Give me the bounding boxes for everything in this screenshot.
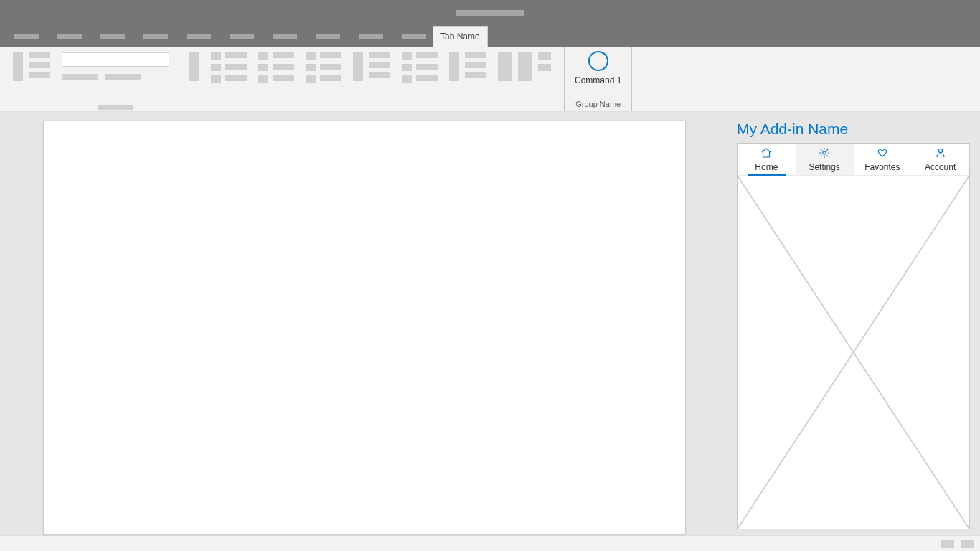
group-name-label: Group Name bbox=[575, 100, 621, 108]
status-bar bbox=[0, 535, 980, 551]
tab-placeholder[interactable] bbox=[14, 34, 39, 39]
ribbon-command-group: Command 1 Group Name bbox=[564, 47, 632, 111]
ribbon: Command 1 Group Name bbox=[0, 47, 980, 112]
heart-icon bbox=[877, 147, 888, 161]
task-pane-tabs: Home Settings Favorites bbox=[738, 144, 969, 176]
tab-label: Favorites bbox=[864, 162, 900, 172]
command-label: Command 1 bbox=[575, 75, 621, 85]
person-icon bbox=[935, 147, 946, 161]
tab-placeholder[interactable] bbox=[359, 34, 383, 39]
tab-placeholder[interactable] bbox=[187, 34, 211, 39]
tab-placeholder[interactable] bbox=[143, 34, 168, 39]
tab-label: Settings bbox=[809, 162, 839, 172]
tab-placeholder[interactable] bbox=[100, 34, 125, 39]
tab-strip: Tab Name bbox=[0, 26, 980, 47]
tab-label: Home bbox=[755, 162, 778, 172]
title-bar bbox=[0, 0, 980, 26]
workspace: My Add-in Name Home Settings bbox=[0, 112, 980, 535]
task-pane: My Add-in Name Home Settings bbox=[728, 112, 980, 535]
circle-icon bbox=[588, 51, 608, 71]
svg-point-0 bbox=[823, 151, 826, 154]
tab-placeholder[interactable] bbox=[316, 34, 340, 39]
ribbon-placeholder-groups bbox=[0, 47, 564, 111]
tab-settings[interactable]: Settings bbox=[796, 144, 854, 175]
status-placeholder[interactable] bbox=[941, 540, 954, 548]
tab-placeholder[interactable] bbox=[273, 34, 297, 39]
home-icon bbox=[760, 147, 772, 161]
tab-favorites[interactable]: Favorites bbox=[854, 144, 912, 175]
command-1-button[interactable]: Command 1 bbox=[575, 50, 621, 85]
tab-active[interactable]: Tab Name bbox=[433, 26, 488, 47]
status-placeholder[interactable] bbox=[961, 540, 974, 548]
tab-placeholder[interactable] bbox=[230, 34, 254, 39]
gear-icon bbox=[819, 147, 830, 161]
document-canvas[interactable] bbox=[43, 121, 686, 535]
tab-account[interactable]: Account bbox=[911, 144, 969, 175]
task-pane-title: My Add-in Name bbox=[737, 121, 970, 138]
tab-placeholder[interactable] bbox=[402, 34, 426, 39]
tab-home[interactable]: Home bbox=[738, 144, 796, 175]
svg-point-1 bbox=[938, 149, 942, 152]
task-pane-body: Home Settings Favorites bbox=[737, 143, 970, 529]
tab-label: Account bbox=[925, 162, 956, 172]
task-pane-content-placeholder bbox=[738, 176, 969, 529]
title-placeholder bbox=[456, 10, 524, 16]
tab-placeholder[interactable] bbox=[57, 34, 82, 39]
